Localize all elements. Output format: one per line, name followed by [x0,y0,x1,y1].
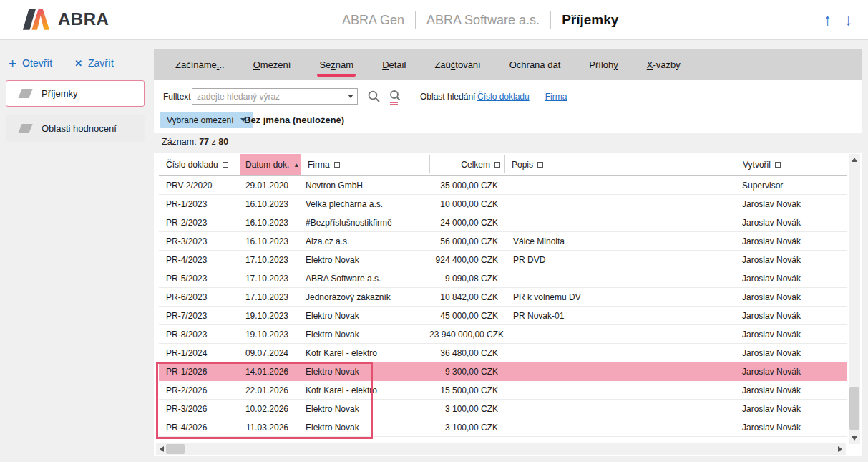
nav-down-icon[interactable]: ↓ [844,12,852,28]
cell: Jaroslav Novák [736,311,847,321]
scope-label: Oblast hledání [420,92,475,102]
table-row[interactable]: PR-6/202317.10.2023Jednorázový zákazník1… [159,288,847,307]
fulltext-label: Fulltext [163,92,191,102]
filter-icon [537,162,543,168]
cell: Jaroslav Novák [736,236,847,246]
sidebar-item-label: Oblasti hodnocení [42,123,117,134]
column-header-firma[interactable]: Firma [301,154,429,175]
cell: Jaroslav Novák [736,348,847,358]
cell: 11.03.2026 [240,423,301,433]
tab-p-lohy[interactable]: Přílohy [589,59,618,70]
cell: 9 090,08 CZK [429,274,504,284]
cell: PR DVD [504,255,736,265]
scope-links: Číslo dokladuFirma [477,92,567,102]
cell: Jednorázový zákazník [301,292,429,302]
table-row[interactable]: PR-7/202319.10.2023Elektro Novak45 000,0… [159,307,847,325]
cell: PR-4/2023 [159,255,240,265]
tab-za-tov-n[interactable]: Zaúčtování [434,59,480,70]
tab-detail[interactable]: Detail [382,59,406,70]
scope-link[interactable]: Číslo dokladu [477,92,530,102]
cell: 16.10.2023 [240,199,301,209]
cell: 29.01.2020 [240,181,301,191]
close-button-label: Zavřít [88,57,114,69]
tab-seznam[interactable]: Seznam [319,59,353,70]
cell: Jaroslav Novák [736,404,847,414]
cell: Novtron GmbH [301,181,429,191]
table-row[interactable]: PR-3/202610.02.2026Elektro Novak3 100,00… [159,400,847,418]
vertical-scrollbar[interactable] [849,154,860,444]
cell: 17.10.2023 [240,292,301,302]
cell: 10 000,00 CZK [429,199,504,209]
table-row[interactable]: PR-8/202319.10.2023Elektro Novak23 940 0… [159,325,847,344]
title-separator [550,11,551,29]
selected-restriction-dropdown[interactable]: Vybrané omezení [160,112,253,128]
scope-link[interactable]: Firma [545,92,567,102]
horizontal-scrollbar[interactable] [156,443,846,455]
table-row[interactable]: PR-1/202614.01.2026Elektro Novak9 300,00… [159,362,847,381]
table-row[interactable]: PR-2/202316.10.2023#Bezpříslušnostikfirm… [159,213,847,232]
cell: #Bezpříslušnostikfirmě [301,218,429,228]
cell: Jaroslav Novák [736,292,847,302]
table-row[interactable]: PR-1/202409.07.2024Kofr Karel - elektro3… [159,344,847,362]
scroll-up-icon[interactable] [849,154,860,165]
cell: Jaroslav Novák [736,199,847,209]
abra-logo: ABRA [21,8,109,31]
abra-gen-window: ABRA ABRA Gen ABRA Software a.s. Příjemk… [0,0,868,462]
close-icon: ✕ [74,59,82,68]
cell: Elektro Novak [301,311,429,321]
scroll-down-icon[interactable] [849,433,860,444]
record-of: z [212,137,216,147]
column-header-popis[interactable]: Popis [504,154,736,175]
column-header-datum-dok-[interactable]: Datum dok.▲ [240,154,301,175]
cell: 17.10.2023 [240,274,301,284]
sidebar-item-label: Příjemky [42,88,78,99]
cell: Supervisor [736,181,847,191]
cell: Kofr Karel - elektro [301,385,429,395]
record-counter: Záznam: 77 z 80 [162,137,228,147]
scroll-right-icon[interactable] [834,443,846,455]
table-row[interactable]: PR-4/202317.10.2023Elektro Novak924 400,… [159,251,847,269]
horizontal-scrollbar-thumb[interactable] [166,444,185,454]
cell: Alza.cz a.s. [301,236,429,246]
tab-x-vazby[interactable]: X-vazby [647,59,681,70]
search-icon[interactable] [367,90,381,104]
cell: PR-3/2023 [159,236,240,246]
column-header-celkem[interactable]: Celkem [429,154,504,175]
cell: 19.10.2023 [240,311,301,321]
table-row[interactable]: PR-5/202317.10.2023ABRA Software a.s.9 0… [159,269,847,288]
vertical-scrollbar-thumb[interactable] [849,387,859,430]
cell: Jaroslav Novák [736,385,847,395]
module-icon [18,124,32,133]
cell: PR-8/2023 [159,329,240,340]
close-button[interactable]: ✕ Zavřít [72,57,117,69]
tab-za-n-me[interactable]: Začínáme... [175,59,225,70]
search-settings-icon[interactable] [389,90,403,105]
combobox-dropdown-icon[interactable] [344,89,357,104]
fulltext-input[interactable] [192,92,344,102]
record-counter-label: Záznam: [162,137,197,147]
column-header--slo-dokladu[interactable]: Číslo dokladu [159,154,240,175]
column-header-label: Celkem [461,160,490,170]
column-header-label: Firma [308,160,330,170]
table-row[interactable]: PR-3/202316.10.2023Alza.cz a.s.56 000,00… [159,232,847,251]
tab-ochrana-dat[interactable]: Ochrana dat [509,59,561,70]
table-row[interactable]: PR-1/202316.10.2023Velká plechárna a.s.1… [159,195,847,213]
cell: PR-2/2023 [159,218,240,228]
cell: 9 300,00 CZK [429,367,504,377]
plus-icon: + [9,57,16,70]
cell: Jaroslav Novák [736,274,847,284]
cell: PRV-2/2020 [159,181,240,191]
column-header-label: Číslo dokladu [166,160,218,170]
fulltext-combobox[interactable] [192,88,358,105]
table-row[interactable]: PR-2/202622.01.2026Kofr Karel - elektro1… [159,381,847,400]
documents-table: Číslo dokladuDatum dok.▲FirmaCelkemPopis… [154,153,862,456]
open-button[interactable]: + Otevřít [6,57,55,70]
sidebar-item-oblasti-hodnoceni[interactable]: Oblasti hodnocení [6,115,145,142]
table-row[interactable]: PR-4/202611.03.2026Elektro Novak3 100,00… [159,418,847,437]
nav-up-icon[interactable]: ↑ [824,12,832,28]
table-header: Číslo dokladuDatum dok.▲FirmaCelkemPopis… [159,154,847,176]
sidebar-item-prijemky[interactable]: Příjemky [6,80,145,107]
table-row[interactable]: PRV-2/202029.01.2020Novtron GmbH35 000,0… [159,176,847,195]
column-header-vytvo-il[interactable]: Vytvořil [736,154,847,175]
tab-omezen[interactable]: Omezení [253,59,291,70]
